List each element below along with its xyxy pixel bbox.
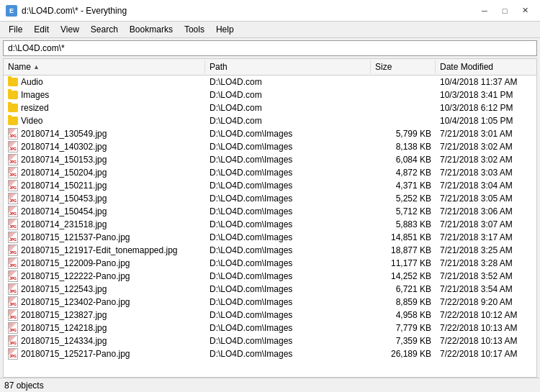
table-row[interactable]: JPG 20180714_140302.jpg D:\LO4D.com\Imag… (4, 140, 536, 153)
file-size: 4,371 KB (371, 180, 436, 191)
file-path: D:\LO4D.com\Images (205, 167, 371, 178)
menu-bookmarks[interactable]: Bookmarks (124, 23, 179, 36)
file-name: 20180714_150153.jpg (21, 155, 107, 165)
table-row[interactable]: JPG 20180714_150453.jpg D:\LO4D.com\Imag… (4, 192, 536, 205)
maximize-button[interactable]: □ (495, 4, 514, 17)
file-name: Video (21, 116, 42, 126)
file-name-cell: JPG 20180714_150454.jpg (4, 205, 205, 218)
file-name: 20180715_122543.jpg (21, 284, 107, 294)
table-row[interactable]: JPG 20180715_121917-Edit_tonemapped.jpg … (4, 244, 536, 257)
jpg-icon: JPG (8, 154, 18, 165)
column-name[interactable]: Name ▲ (4, 60, 205, 73)
file-name-cell: JPG 20180714_150153.jpg (4, 153, 205, 166)
jpg-icon: JPG (8, 348, 18, 360)
file-size: 11,177 KB (371, 257, 436, 269)
table-row[interactable]: JPG 20180714_150454.jpg D:\LO4D.com\Imag… (4, 205, 536, 218)
folder-icon (8, 117, 18, 125)
file-path: D:\LO4D.com\Images (205, 283, 371, 295)
file-date: 10/4/2018 11:37 AM (436, 76, 536, 88)
jpg-icon: JPG (8, 206, 18, 217)
file-list-body[interactable]: Audio D:\LO4D.com 10/4/2018 11:37 AM Ima… (4, 76, 536, 377)
file-size: 6,084 KB (371, 154, 436, 165)
menu-tools[interactable]: Tools (179, 23, 210, 36)
table-row[interactable]: JPG 20180714_150153.jpg D:\LO4D.com\Imag… (4, 153, 536, 166)
file-size: 5,712 KB (371, 206, 436, 217)
file-date: 7/21/2018 3:04 AM (436, 180, 536, 191)
table-row[interactable]: JPG 20180715_122222-Pano.jpg D:\LO4D.com… (4, 270, 536, 283)
file-name-cell: JPG 20180714_150204.jpg (4, 166, 205, 179)
table-row[interactable]: JPG 20180714_150204.jpg D:\LO4D.com\Imag… (4, 166, 536, 179)
table-row[interactable]: JPG 20180715_121537-Pano.jpg D:\LO4D.com… (4, 231, 536, 244)
jpg-icon: JPG (8, 245, 18, 256)
menu-search[interactable]: Search (85, 23, 124, 36)
file-date: 7/22/2018 10:12 AM (436, 309, 536, 321)
file-date: 7/22/2018 10:17 AM (436, 348, 536, 360)
table-row[interactable]: Images D:\LO4D.com 10/3/2018 3:41 PM (4, 88, 536, 101)
file-date: 7/21/2018 3:25 AM (436, 245, 536, 256)
file-size: 26,189 KB (371, 348, 436, 360)
file-size: 14,851 KB (371, 232, 436, 243)
file-name: 20180715_125217-Pano.jpg (21, 349, 130, 359)
file-name-cell: resized (4, 102, 205, 114)
address-value: d:\LO4D.com\* (8, 43, 65, 53)
file-size (371, 107, 436, 109)
file-date: 7/21/2018 3:28 AM (436, 257, 536, 269)
file-name: 20180714_150204.jpg (21, 168, 107, 178)
jpg-icon: JPG (8, 270, 18, 282)
file-name: 20180714_150454.jpg (21, 206, 107, 216)
column-size[interactable]: Size (371, 60, 436, 73)
column-path[interactable]: Path (205, 60, 371, 73)
menu-file[interactable]: File (3, 23, 28, 36)
table-row[interactable]: JPG 20180715_123402-Pano.jpg D:\LO4D.com… (4, 296, 536, 309)
file-name-cell: JPG 20180715_123827.jpg (4, 309, 205, 322)
file-path: D:\LO4D.com\Images (205, 193, 371, 204)
file-path: D:\LO4D.com (205, 115, 371, 127)
file-name: 20180714_140302.jpg (21, 142, 107, 152)
file-name: Audio (21, 77, 43, 87)
file-size: 18,877 KB (371, 245, 436, 256)
file-list-container: Name ▲ Path Size Date Modified Audio D:\… (3, 58, 537, 378)
table-row[interactable]: JPG 20180715_122543.jpg D:\LO4D.com\Imag… (4, 283, 536, 296)
menu-view[interactable]: View (55, 23, 85, 36)
table-row[interactable]: resized D:\LO4D.com 10/3/2018 6:12 PM (4, 101, 536, 114)
table-row[interactable]: JPG 20180714_231518.jpg D:\LO4D.com\Imag… (4, 218, 536, 231)
file-size: 4,958 KB (371, 309, 436, 321)
address-bar[interactable]: d:\LO4D.com\* (3, 40, 537, 56)
file-path: D:\LO4D.com\Images (205, 206, 371, 217)
table-row[interactable]: JPG 20180715_123827.jpg D:\LO4D.com\Imag… (4, 309, 536, 322)
table-row[interactable]: JPG 20180714_150211.jpg D:\LO4D.com\Imag… (4, 179, 536, 192)
table-row[interactable]: JPG 20180715_124334.jpg D:\LO4D.com\Imag… (4, 334, 536, 347)
column-date[interactable]: Date Modified (436, 60, 536, 73)
table-row[interactable]: JPG 20180715_125217-Pano.jpg D:\LO4D.com… (4, 347, 536, 360)
file-path: D:\LO4D.com\Images (205, 257, 371, 269)
file-size: 7,779 KB (371, 322, 436, 334)
file-name: 20180715_122222-Pano.jpg (21, 271, 130, 281)
table-row[interactable]: Video D:\LO4D.com 10/4/2018 1:05 PM (4, 114, 536, 127)
file-name: 20180715_124218.jpg (21, 323, 107, 333)
file-size: 6,721 KB (371, 283, 436, 295)
file-name-cell: JPG 20180715_124334.jpg (4, 334, 205, 347)
menu-edit[interactable]: Edit (28, 23, 55, 36)
file-size: 8,138 KB (371, 141, 436, 152)
file-size: 5,252 KB (371, 193, 436, 204)
close-button[interactable]: ✕ (516, 4, 534, 17)
title-bar: E d:\LO4D.com\* - Everything ─ □ ✕ (0, 0, 540, 22)
file-path: D:\LO4D.com\Images (205, 180, 371, 191)
table-row[interactable]: JPG 20180715_122009-Pano.jpg D:\LO4D.com… (4, 257, 536, 270)
file-name: Images (21, 90, 49, 100)
file-path: D:\LO4D.com\Images (205, 270, 371, 282)
file-date: 10/3/2018 3:41 PM (436, 89, 536, 101)
file-date: 7/22/2018 9:20 AM (436, 296, 536, 308)
file-date: 7/21/2018 3:03 AM (436, 167, 536, 178)
jpg-icon: JPG (8, 193, 18, 204)
file-date: 10/4/2018 1:05 PM (436, 115, 536, 127)
menu-help[interactable]: Help (210, 23, 240, 36)
file-size (371, 81, 436, 83)
file-name: 20180714_130549.jpg (21, 129, 107, 139)
minimize-button[interactable]: ─ (475, 4, 494, 17)
file-size (371, 120, 436, 122)
table-row[interactable]: Audio D:\LO4D.com 10/4/2018 11:37 AM (4, 76, 536, 88)
table-row[interactable]: JPG 20180714_130549.jpg D:\LO4D.com\Imag… (4, 127, 536, 140)
table-row[interactable]: JPG 20180715_124218.jpg D:\LO4D.com\Imag… (4, 322, 536, 334)
jpg-icon: JPG (8, 322, 18, 334)
